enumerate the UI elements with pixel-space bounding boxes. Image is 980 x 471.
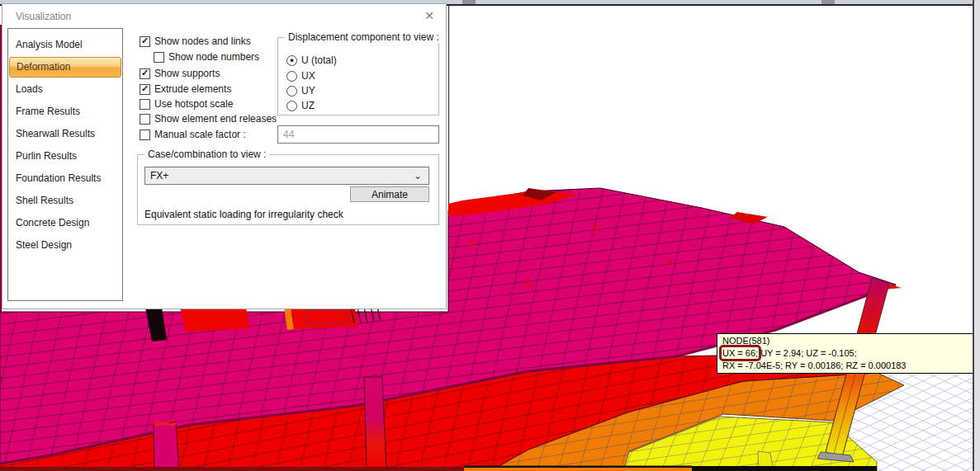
ux-highlight-box: UX = 66; xyxy=(722,348,758,358)
animate-button[interactable]: Animate xyxy=(350,186,429,202)
checkbox-use-hotspot-scale[interactable]: Use hotspot scale xyxy=(140,97,233,111)
checkbox-icon xyxy=(154,52,164,63)
sidebar-item-steel-design[interactable]: Steel Design xyxy=(8,234,122,257)
displacement-component-group: Displacement component to view : ● U (to… xyxy=(277,37,439,115)
checkbox-extrude-elements[interactable]: ✓ Extrude elements xyxy=(140,82,231,96)
radio-ux[interactable]: UX xyxy=(286,69,315,82)
radio-uz[interactable]: UZ xyxy=(286,99,315,112)
tooltip-rotations: RX = -7.04E-5; RY = 0.00186; RZ = 0.0001… xyxy=(722,360,976,372)
manual-scale-input[interactable] xyxy=(277,125,439,144)
chevron-down-icon: ⌄ xyxy=(414,172,422,180)
top-strip-mark xyxy=(462,0,476,4)
case-combination-combobox[interactable]: FX+ ⌄ xyxy=(144,167,429,185)
visualization-dialog: Visualization ✕ Analysis Model Deformati… xyxy=(2,3,447,309)
radio-icon xyxy=(286,86,297,97)
tooltip-node-id: NODE(581) xyxy=(722,335,976,347)
group-title: Displacement component to view : xyxy=(285,31,443,43)
sidebar-item-purlin-results[interactable]: Purlin Results xyxy=(8,145,122,167)
column-center xyxy=(154,420,179,471)
close-icon[interactable]: ✕ xyxy=(424,9,434,22)
checkbox-icon: ✓ xyxy=(140,36,150,47)
sidebar-item-analysis-model[interactable]: Analysis Model xyxy=(8,34,122,56)
checkbox-icon: ✓ xyxy=(140,68,150,79)
sidebar-item-deformation[interactable]: Deformation xyxy=(9,57,121,78)
sidebar-item-shearwall-results[interactable]: Shearwall Results xyxy=(8,123,122,145)
sidebar-item-concrete-design[interactable]: Concrete Design xyxy=(8,212,122,234)
case-combination-group: Case/combination to view : FX+ ⌄ Animate… xyxy=(137,154,439,225)
checkbox-show-nodes-and-links[interactable]: ✓ Show nodes and links xyxy=(140,35,251,48)
node-tooltip: NODE(581) UX = 66; UY = 2.94; UZ = -0.10… xyxy=(717,333,980,374)
group-title: Case/combination to view : xyxy=(144,148,269,160)
checkbox-show-element-end-releases[interactable]: Show element end releases xyxy=(140,112,277,125)
tooltip-displacements: UX = 66; UY = 2.94; UZ = -0.105; xyxy=(722,347,976,360)
sidebar-item-loads[interactable]: Loads xyxy=(8,78,122,101)
checkbox-icon xyxy=(140,114,150,125)
combo-value: FX+ xyxy=(150,170,168,181)
checkbox-icon xyxy=(140,130,150,140)
radio-icon xyxy=(286,71,297,82)
radio-icon: ● xyxy=(286,55,297,66)
radio-icon xyxy=(286,101,297,111)
category-listbox: Analysis Model Deformation Loads Frame R… xyxy=(7,28,123,301)
checkbox-show-node-numbers[interactable]: Show node numbers xyxy=(154,50,259,64)
checkbox-icon xyxy=(140,99,150,110)
checkbox-manual-scale-factor[interactable]: Manual scale factor : xyxy=(140,128,246,141)
sidebar-item-foundation-results[interactable]: Foundation Results xyxy=(8,167,122,190)
case-caption: Equivalent static loading for irregulari… xyxy=(144,209,343,220)
checkbox-icon: ✓ xyxy=(140,84,150,95)
sidebar-item-shell-results[interactable]: Shell Results xyxy=(8,190,122,212)
window-right-border-fill xyxy=(974,0,980,471)
radio-uy[interactable]: UY xyxy=(286,84,315,97)
radio-u-total[interactable]: ● U (total) xyxy=(286,54,337,67)
checkbox-show-supports[interactable]: ✓ Show supports xyxy=(140,67,220,80)
sidebar-item-frame-results[interactable]: Frame Results xyxy=(8,101,122,123)
column-mid-right xyxy=(364,377,386,471)
top-strip-mark xyxy=(821,0,835,4)
dialog-title: Visualization xyxy=(16,11,71,22)
